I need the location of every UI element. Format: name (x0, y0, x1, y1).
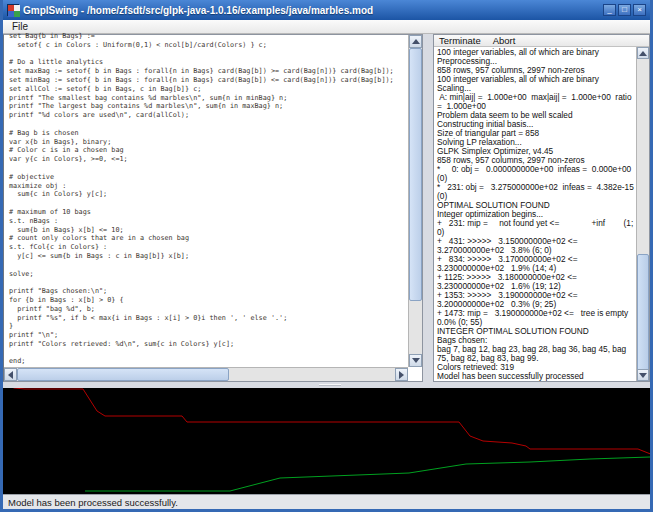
app-window: GmplSwing - /home/zfsdt/src/glpk-java-1.… (0, 0, 653, 512)
log-vertical-scrollbar[interactable] (636, 47, 649, 381)
scroll-down-button[interactable] (409, 354, 422, 367)
model-code-editor[interactable]: set Bag{b in Bags} := setof{ c in Colors… (4, 32, 408, 367)
window-title: GmplSwing - /home/zfsdt/src/glpk-java-1.… (23, 5, 599, 16)
editor-hscroll-thumb[interactable] (17, 368, 229, 381)
solver-output-panel: Terminate Abort 100 integer variables, a… (433, 34, 650, 382)
editor-vscroll-thumb[interactable] (409, 48, 422, 301)
close-button[interactable]: × (633, 4, 646, 16)
log-scroll-down-button[interactable] (637, 369, 649, 381)
model-editor-panel: set Bag{b in Bags} := setof{ c in Colors… (3, 34, 423, 382)
terminate-button[interactable]: Terminate (439, 35, 481, 46)
log-scroll-up-button[interactable] (637, 47, 649, 59)
solver-log[interactable]: 100 integer variables, all of which are … (434, 47, 636, 381)
arrow-down-icon (412, 358, 420, 367)
solver-log-wrap: 100 integer variables, all of which are … (434, 47, 649, 381)
arrow-up-icon (412, 35, 420, 44)
menu-file[interactable]: File (9, 21, 31, 32)
editor-horizontal-scrollbar[interactable] (4, 367, 408, 381)
abort-button[interactable]: Abort (493, 35, 516, 46)
scroll-up-button[interactable] (409, 35, 422, 48)
app-icon (7, 4, 19, 16)
series-upper-bound (8, 388, 650, 455)
arrow-down-icon (639, 373, 647, 382)
arrow-up-icon (639, 47, 647, 56)
minimize-button[interactable]: _ (603, 4, 616, 16)
vertical-split-divider[interactable] (423, 34, 433, 382)
series-lower-bound (85, 457, 650, 491)
log-vscroll-thumb[interactable] (637, 254, 649, 372)
window-controls: _ □ × (603, 4, 646, 16)
scroll-left-button[interactable] (4, 368, 17, 381)
horizontal-split-divider[interactable] (3, 382, 650, 388)
maximize-button[interactable]: □ (618, 4, 631, 16)
scroll-right-button[interactable] (395, 368, 408, 381)
title-bar[interactable]: GmplSwing - /home/zfsdt/src/glpk-java-1.… (3, 0, 650, 20)
main-split: set Bag{b in Bags} := setof{ c in Colors… (3, 34, 650, 382)
bounds-chart (3, 388, 650, 494)
status-bar: Model has been processed successfully. (3, 494, 650, 509)
status-message: Model has been processed successfully. (8, 497, 178, 508)
arrow-left-icon (4, 371, 13, 379)
divider-grip-icon (319, 384, 341, 386)
arrow-right-icon (399, 371, 408, 379)
editor-vertical-scrollbar[interactable] (408, 35, 422, 367)
bounds-chart-svg (3, 388, 650, 494)
solver-toolbar: Terminate Abort (434, 35, 649, 47)
